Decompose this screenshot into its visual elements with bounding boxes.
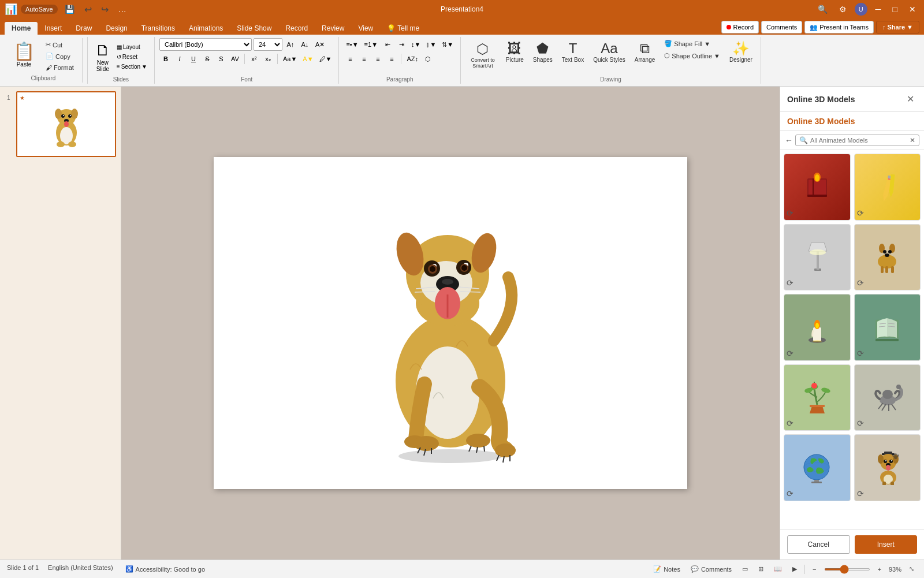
increase-indent-button[interactable]: ⇥ <box>395 38 408 51</box>
italic-button[interactable]: I <box>173 53 186 65</box>
highlight-color-button[interactable]: 🖊▼ <box>317 53 334 65</box>
search-input[interactable] <box>810 137 910 144</box>
underline-button[interactable]: U <box>187 53 200 65</box>
slide-sorter-button[interactable]: ⊞ <box>755 564 766 574</box>
line-spacing-button[interactable]: ↕▼ <box>409 38 423 51</box>
char-spacing-button[interactable]: AV <box>229 53 241 65</box>
model-card-9[interactable]: ⟳ <box>784 434 851 501</box>
align-center-button[interactable]: ≡ <box>357 53 370 65</box>
zoom-slider[interactable] <box>824 568 870 570</box>
close-button[interactable]: ✕ <box>906 3 919 15</box>
zoom-in-button[interactable]: + <box>875 565 884 574</box>
undo-button[interactable]: ↩ <box>81 2 95 17</box>
accessibility-button[interactable]: ♿ Accessibility: Good to go <box>122 564 208 574</box>
model-card-4[interactable]: ⟳ <box>854 224 921 291</box>
tab-review[interactable]: Review <box>315 22 351 35</box>
text-direction-button[interactable]: ⇅▼ <box>439 38 456 51</box>
fit-to-window-button[interactable]: ⤡ <box>906 564 917 574</box>
autosave-toggle[interactable]: AutoSave <box>21 5 58 14</box>
designer-button[interactable]: ✨ Designer <box>726 38 756 65</box>
bold-button[interactable]: B <box>159 53 172 65</box>
settings-button[interactable]: ⚙ <box>836 3 850 15</box>
increase-font-button[interactable]: A↑ <box>284 38 297 51</box>
layout-button[interactable]: ▦ Layout <box>114 43 150 51</box>
convert-smartart-button[interactable]: ⬡ Convert toSmartArt <box>465 38 500 72</box>
notes-button[interactable]: 📝 Notes <box>650 564 683 574</box>
save-button[interactable]: 💾 <box>61 3 78 15</box>
tab-insert[interactable]: Insert <box>38 22 69 35</box>
sort-button[interactable]: AZ↕ <box>404 53 420 65</box>
search-button[interactable]: 🔍 <box>814 3 831 15</box>
tab-draw[interactable]: Draw <box>69 22 99 35</box>
model-card-8[interactable]: ⟳ <box>854 364 921 431</box>
reset-button[interactable]: ↺ Reset <box>114 53 150 61</box>
model-card-10[interactable]: ⟳ <box>854 434 921 501</box>
decrease-font-button[interactable]: A↓ <box>299 38 311 51</box>
strikethrough-button[interactable]: S <box>201 53 214 65</box>
paste-button[interactable]: 📋 Paste <box>9 39 39 69</box>
quick-styles-button[interactable]: Aa Quick Styles <box>590 38 629 65</box>
panel-close-button[interactable]: ✕ <box>904 92 917 106</box>
slide-canvas[interactable] <box>214 157 687 489</box>
reading-view-button[interactable]: 📖 <box>771 564 785 574</box>
cancel-button[interactable]: Cancel <box>787 535 850 554</box>
model-card-3[interactable]: ⟳ <box>784 224 851 291</box>
shape-outline-button[interactable]: ⬡ Shape Outline ▼ <box>661 50 724 61</box>
shape-fill-button[interactable]: 🪣 Shape Fill ▼ <box>661 38 724 49</box>
cut-button[interactable]: ✂ Cut <box>42 39 77 50</box>
zoom-out-button[interactable]: − <box>810 565 819 574</box>
present-teams-button[interactable]: 👥 Present in Teams <box>804 21 874 33</box>
font-size-select[interactable]: 24 <box>254 38 282 51</box>
tab-slideshow[interactable]: Slide Show <box>230 22 278 35</box>
align-left-button[interactable]: ≡ <box>344 53 356 65</box>
tab-design[interactable]: Design <box>99 22 134 35</box>
model-card-5[interactable]: ⟳ <box>784 294 851 361</box>
user-avatar[interactable]: U <box>855 3 867 16</box>
maximize-button[interactable]: □ <box>889 3 901 15</box>
superscript-button[interactable]: x² <box>248 53 260 65</box>
tab-transitions[interactable]: Transitions <box>135 22 182 35</box>
clear-formatting-button[interactable]: A✕ <box>313 38 327 51</box>
decrease-indent-button[interactable]: ⇤ <box>381 38 394 51</box>
shapes-button[interactable]: ⬟ Shapes <box>530 38 556 65</box>
back-button[interactable]: ← <box>785 136 793 145</box>
picture-button[interactable]: 🖼 Picture <box>502 38 527 65</box>
smart-art-button[interactable]: ⬡ <box>422 53 434 65</box>
model-card-2[interactable]: ⟳ <box>854 154 921 221</box>
model-card-7[interactable]: ⟳ <box>784 364 851 431</box>
canvas-area[interactable] <box>121 87 780 560</box>
record-button[interactable]: Record <box>721 21 759 33</box>
font-family-select[interactable]: Calibri (Body) <box>159 38 252 51</box>
model-card-6[interactable]: ⟳ <box>854 294 921 361</box>
font-color-button[interactable]: A▼ <box>300 53 315 65</box>
columns-button[interactable]: ⫿▼ <box>424 38 438 51</box>
tab-view[interactable]: View <box>351 22 380 35</box>
bullets-button[interactable]: ≡•▼ <box>344 38 360 51</box>
new-slide-button[interactable]: 🗋 NewSlide <box>92 40 113 74</box>
more-tools-button[interactable]: … <box>115 3 130 15</box>
insert-button[interactable]: Insert <box>855 535 918 554</box>
shadow-button[interactable]: S <box>215 53 228 65</box>
align-right-button[interactable]: ≡ <box>371 53 384 65</box>
change-case-button[interactable]: Aa▼ <box>281 53 299 65</box>
tab-record[interactable]: Record <box>278 22 315 35</box>
arrange-button[interactable]: ⧉ Arrange <box>631 38 659 65</box>
format-painter-button[interactable]: 🖌 Format <box>42 62 77 73</box>
redo-button[interactable]: ↪ <box>98 2 111 17</box>
numbering-button[interactable]: ≡1▼ <box>362 38 380 51</box>
tab-tellme[interactable]: 💡 Tell me <box>380 22 426 35</box>
slideshow-button[interactable]: ▶ <box>789 564 800 574</box>
tab-animations[interactable]: Animations <box>182 22 230 35</box>
subscript-button[interactable]: x₂ <box>262 53 274 65</box>
comments-status-button[interactable]: 💬 Comments <box>688 564 735 574</box>
clear-search-button[interactable]: ✕ <box>910 136 915 144</box>
model-card-1[interactable]: ⟳ <box>784 154 851 221</box>
share-button[interactable]: ↑ Share ▼ <box>876 21 919 33</box>
justify-button[interactable]: ≡ <box>385 53 398 65</box>
section-button[interactable]: ≡ Section ▼ <box>114 62 150 71</box>
normal-view-button[interactable]: ▭ <box>739 564 751 574</box>
copy-button[interactable]: 📄 Copy <box>42 51 77 62</box>
text-box-button[interactable]: T Text Box <box>558 38 587 65</box>
minimize-button[interactable]: ─ <box>872 3 885 15</box>
tab-home[interactable]: Home <box>5 22 38 35</box>
